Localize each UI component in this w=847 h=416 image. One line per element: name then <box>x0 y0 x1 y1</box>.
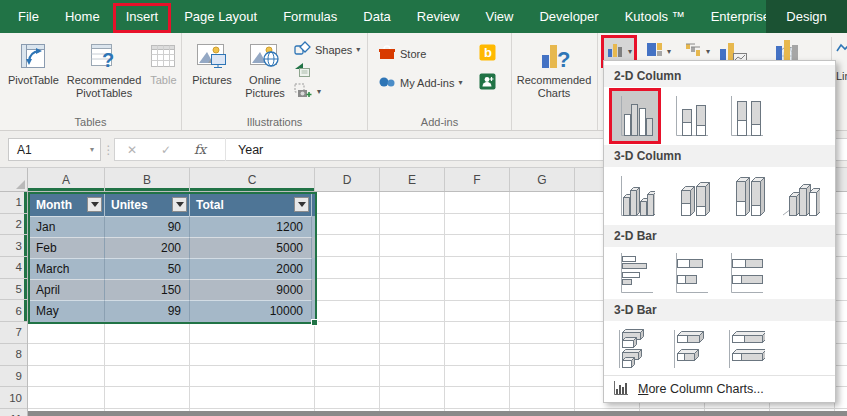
recommended-pivottables-button[interactable]: ? Recommended PivotTables <box>63 36 146 102</box>
cell-B4[interactable]: 50 <box>105 258 190 279</box>
clustered-column-3d-icon[interactable] <box>612 171 658 221</box>
cell-A2[interactable]: Jan <box>30 216 105 237</box>
table-button[interactable]: Table <box>145 36 181 89</box>
more-column-charts-item[interactable]: More Column Charts... <box>604 375 835 402</box>
pictures-button[interactable]: Pictures <box>186 36 238 89</box>
clustered-bar-icon[interactable] <box>612 248 658 298</box>
table-header-total: Total <box>190 194 312 216</box>
cell-C6[interactable]: 10000 <box>190 300 312 321</box>
treemap-chart-icon <box>645 41 664 62</box>
column-3d-icon[interactable] <box>777 171 823 221</box>
cell-C4[interactable]: 2000 <box>190 258 312 279</box>
people-addin-button[interactable] <box>479 73 496 92</box>
row-header-6[interactable]: 6 <box>0 300 27 322</box>
tab-home[interactable]: Home <box>52 0 113 33</box>
column-header-A[interactable]: A <box>28 168 105 191</box>
column-header-B[interactable]: B <box>105 168 190 191</box>
table-icon <box>149 38 177 74</box>
excel-table[interactable]: MonthUnitesTotalJan901200Feb2005000March… <box>28 192 317 324</box>
insert-function-icon[interactable]: fx <box>183 142 217 157</box>
stacked-bar-icon[interactable] <box>667 248 713 298</box>
row-header-1[interactable]: 1 <box>0 192 27 214</box>
select-all-corner[interactable] <box>0 168 28 192</box>
tab-kutools[interactable]: Kutools ™ <box>612 0 698 33</box>
bing-icon: b <box>479 44 496 63</box>
chart-gallery-sections: 2-D Column3-D Column2-D Bar3-D Bar <box>604 65 835 375</box>
cell-A3[interactable]: Feb <box>30 237 105 258</box>
excel-window: FileHomeInsertPage LayoutFormulasDataRev… <box>0 0 847 416</box>
stacked-100-column-icon[interactable] <box>722 91 768 141</box>
column-header-E[interactable]: E <box>380 168 445 191</box>
store-button[interactable]: Store <box>378 44 426 63</box>
recommended-charts-label: Recommended Charts <box>517 74 592 100</box>
bing-maps-button[interactable]: b <box>479 44 496 63</box>
table-header-row: MonthUnitesTotal <box>30 194 315 216</box>
cell-B2[interactable]: 90 <box>105 216 190 237</box>
stacked-100-column-3d-icon[interactable] <box>722 171 768 221</box>
ribbon-group-illustrations: Pictures Online Pictures Shapes ▾ <box>182 33 368 130</box>
column-header-L[interactable]: L <box>835 168 847 191</box>
row-headers: 1234567891011 <box>0 192 28 416</box>
column-header-G[interactable]: G <box>510 168 575 191</box>
window-bottom-edge <box>28 411 847 416</box>
shapes-button[interactable]: Shapes ▾ <box>294 41 360 58</box>
row-header-2[interactable]: 2 <box>0 214 27 236</box>
gridline <box>379 192 380 416</box>
screenshot-button[interactable]: ▾ <box>294 83 360 100</box>
stacked-bar-3d-icon[interactable] <box>667 323 713 373</box>
cell-B5[interactable]: 150 <box>105 279 190 300</box>
cancel-icon[interactable]: ✕ <box>115 143 149 157</box>
stacked-column-3d-icon[interactable] <box>667 171 713 221</box>
stacked-100-bar-3d-icon[interactable] <box>722 323 768 373</box>
stacked-100-bar-icon[interactable] <box>722 248 768 298</box>
cell-A6[interactable]: May <box>30 300 105 321</box>
row-header-4[interactable]: 4 <box>0 257 27 279</box>
gallery-icon-row <box>604 247 835 299</box>
clustered-bar-3d-icon[interactable] <box>612 323 658 373</box>
row-header-3[interactable]: 3 <box>0 235 27 257</box>
filter-dropdown-button[interactable] <box>172 197 187 212</box>
row-header-8[interactable]: 8 <box>0 344 27 366</box>
row-header-11[interactable]: 11 <box>0 409 27 416</box>
name-box[interactable]: A1 ▾ <box>8 138 101 161</box>
stacked-column-icon[interactable] <box>667 91 713 141</box>
tab-data[interactable]: Data <box>350 0 403 33</box>
column-header-D[interactable]: D <box>315 168 380 191</box>
tab-design[interactable]: Design <box>786 0 826 33</box>
tab-view[interactable]: View <box>472 0 526 33</box>
online-pictures-button[interactable]: Online Pictures <box>238 36 292 102</box>
recommended-charts-button[interactable]: ? Recommended Charts <box>516 36 592 102</box>
filter-dropdown-button[interactable] <box>294 197 309 212</box>
row-header-5[interactable]: 5 <box>0 279 27 301</box>
store-icon <box>378 44 396 63</box>
cell-C5[interactable]: 9000 <box>190 279 312 300</box>
my-addins-button[interactable]: My Add-ins ▾ <box>378 75 462 91</box>
tab-insert[interactable]: Insert <box>113 0 172 33</box>
cell-B3[interactable]: 200 <box>105 237 190 258</box>
tab-formulas[interactable]: Formulas <box>270 0 350 33</box>
row-header-9[interactable]: 9 <box>0 366 27 388</box>
fill-handle[interactable] <box>311 319 318 326</box>
cell-C2[interactable]: 1200 <box>190 216 312 237</box>
cell-B6[interactable]: 99 <box>105 300 190 321</box>
smartart-button[interactable] <box>294 62 360 79</box>
name-box-dropdown-icon[interactable]: ▾ <box>90 146 94 154</box>
cell-C3[interactable]: 5000 <box>190 237 312 258</box>
pivottable-button[interactable]: PivotTable <box>4 36 63 89</box>
tab-file[interactable]: File <box>5 0 52 33</box>
column-header-C[interactable]: C <box>190 168 315 191</box>
tab-developer[interactable]: Developer <box>526 0 611 33</box>
cell-A5[interactable]: April <box>30 279 105 300</box>
cell-A4[interactable]: March <box>30 258 105 279</box>
row-header-7[interactable]: 7 <box>0 322 27 344</box>
row-header-10[interactable]: 10 <box>0 387 27 409</box>
filter-dropdown-button[interactable] <box>87 197 102 212</box>
tab-page-layout[interactable]: Page Layout <box>171 0 270 33</box>
enter-check-icon[interactable]: ✓ <box>149 143 183 157</box>
clustered-column-icon[interactable] <box>612 91 658 141</box>
dropdown-arrow-icon: ▾ <box>628 48 632 56</box>
gallery-icon-row <box>604 167 835 225</box>
line-sparkline-button[interactable]: Lin <box>836 41 847 82</box>
tab-review[interactable]: Review <box>404 0 473 33</box>
column-header-F[interactable]: F <box>445 168 510 191</box>
